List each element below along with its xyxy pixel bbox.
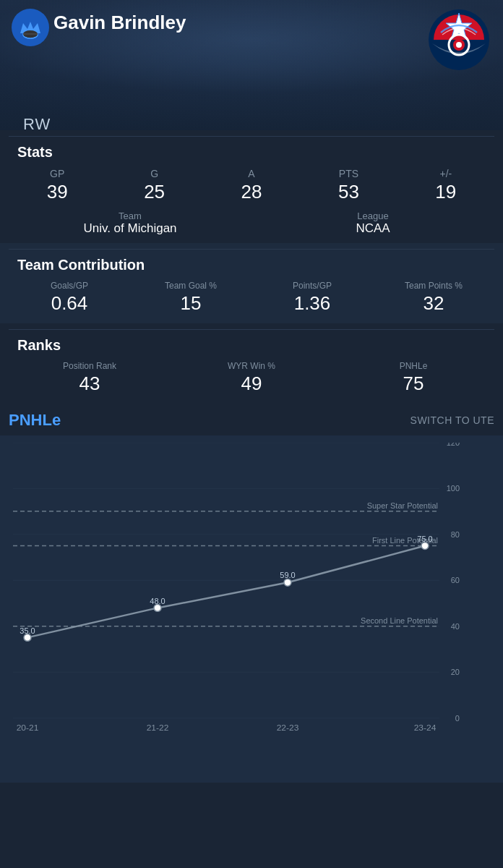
chart-area: Super Star Potential First Line Potentia…: [6, 443, 497, 761]
stat-col-g: G 25: [106, 168, 202, 203]
svg-point-7: [456, 42, 462, 48]
switch-to-ute-button[interactable]: SWITCH TO UTE: [410, 414, 494, 426]
rank-value-position: 43: [79, 373, 100, 395]
y-label-120: 120: [447, 443, 460, 447]
datapoint-0: [24, 634, 31, 642]
y-label-80: 80: [451, 530, 460, 539]
x-label-2223: 22-23: [277, 723, 299, 733]
stat-value-gp: 39: [47, 181, 68, 203]
ranks-title: Ranks: [17, 337, 486, 354]
contrib-col-points-gp: Points/GP 1.36: [252, 281, 373, 315]
stat-col-plusminus: +/- 19: [397, 168, 494, 203]
position-row: RW: [23, 115, 491, 130]
datapoint-label-1: 48.0: [150, 597, 165, 605]
contrib-value-team-points: 32: [424, 292, 444, 315]
league-label: League: [357, 210, 388, 221]
stat-label-g: G: [150, 168, 158, 179]
rank-label-wyr: WYR Win %: [228, 361, 275, 371]
rank-col-pnhle: PNHLe 75: [332, 361, 494, 395]
contrib-label-team-points: Team Points %: [405, 281, 463, 291]
team-contribution-section: Team Contribution Goals/GP 0.64 Team Goa…: [0, 243, 503, 323]
y-label-40: 40: [451, 622, 460, 631]
chart-container: Super Star Potential First Line Potentia…: [0, 435, 503, 783]
x-label-2324: 23-24: [414, 723, 437, 733]
rank-value-wyr: 49: [241, 373, 262, 395]
team-league-row: Team Univ. of Michigan League NCAA: [9, 206, 494, 237]
league-col: League NCAA: [252, 210, 494, 236]
pnhle-header: PNHLe SWITCH TO UTE: [0, 404, 503, 435]
stat-label-gp: GP: [50, 168, 64, 179]
ranks-grid: Position Rank 43 WYR Win % 49 PNHLe 75: [9, 358, 494, 398]
datapoint-label-2: 59.0: [280, 571, 295, 580]
rank-col-position: Position Rank 43: [9, 361, 171, 395]
player-name: Gavin Brindley: [53, 12, 424, 34]
position-label: RW: [23, 115, 51, 130]
contribution-grid: Goals/GP 0.64 Team Goal % 15 Points/GP 1…: [9, 278, 494, 318]
contrib-col-goals-gp: Goals/GP 0.64: [9, 281, 130, 315]
contrib-label-points-gp: Points/GP: [293, 281, 332, 291]
team-value: Univ. of Michigan: [83, 221, 176, 236]
stat-value-a: 28: [241, 181, 262, 203]
contrib-col-team-points: Team Points % 32: [373, 281, 494, 315]
stat-col-gp: GP 39: [9, 168, 106, 203]
stats-grid: GP 39 G 25 A 28 PTS 53 +/- 19: [9, 165, 494, 206]
contrib-col-team-goal: Team Goal % 15: [130, 281, 252, 315]
stat-value-g: 25: [144, 181, 165, 203]
y-label-20: 20: [451, 668, 460, 676]
y-label-60: 60: [451, 576, 460, 584]
stat-col-a: A 28: [203, 168, 300, 203]
team-contribution-title: Team Contribution: [17, 257, 486, 273]
rank-value-pnhle: 75: [403, 373, 424, 395]
contrib-value-points-gp: 1.36: [294, 292, 331, 315]
team-label: Team: [119, 210, 142, 221]
datapoint-1: [154, 605, 161, 612]
datapoint-3: [421, 542, 429, 550]
app-logo: [12, 9, 49, 46]
superstar-label: Super Star Potential: [367, 501, 438, 510]
y-label-0: 0: [455, 714, 460, 723]
stats-title: Stats: [17, 144, 486, 161]
team-logo: [426, 7, 491, 72]
rank-label-pnhle: PNHLe: [400, 361, 428, 371]
datapoint-2: [284, 579, 291, 586]
pnhle-chart: Super Star Potential First Line Potentia…: [6, 443, 468, 739]
rank-label-position: Position Rank: [63, 361, 116, 371]
player-name-container: Gavin Brindley: [53, 12, 424, 34]
datapoint-label-3: 75.0: [417, 535, 432, 543]
stat-col-pts: PTS 53: [300, 168, 397, 203]
x-label-2021: 20-21: [17, 723, 39, 733]
team-col: Team Univ. of Michigan: [9, 210, 252, 236]
league-value: NCAA: [356, 221, 390, 236]
stat-label-a: A: [248, 168, 254, 179]
contrib-value-goals-gp: 0.64: [51, 292, 88, 315]
stat-label-plusminus: +/-: [439, 168, 452, 179]
contrib-label-team-goal: Team Goal %: [165, 281, 217, 291]
stat-value-pts: 53: [338, 181, 359, 203]
contrib-label-goals-gp: Goals/GP: [51, 281, 88, 291]
stat-value-plusminus: 19: [435, 181, 456, 203]
stats-section: Stats GP 39 G 25 A 28 PTS 53 +/- 19 Team…: [0, 130, 503, 243]
datapoint-label-0: 35.0: [20, 626, 35, 635]
y-label-100: 100: [447, 484, 460, 493]
ranks-section: Ranks Position Rank 43 WYR Win % 49 PNHL…: [0, 323, 503, 404]
rank-col-wyr: WYR Win % 49: [171, 361, 332, 395]
contrib-value-team-goal: 15: [181, 292, 202, 315]
pnhle-title: PNHLe: [9, 411, 61, 430]
secondline-label: Second Line Potential: [361, 616, 438, 625]
header: Gavin Brindley: [0, 0, 503, 130]
stat-label-pts: PTS: [339, 168, 358, 179]
x-label-2122: 21-22: [147, 723, 169, 733]
